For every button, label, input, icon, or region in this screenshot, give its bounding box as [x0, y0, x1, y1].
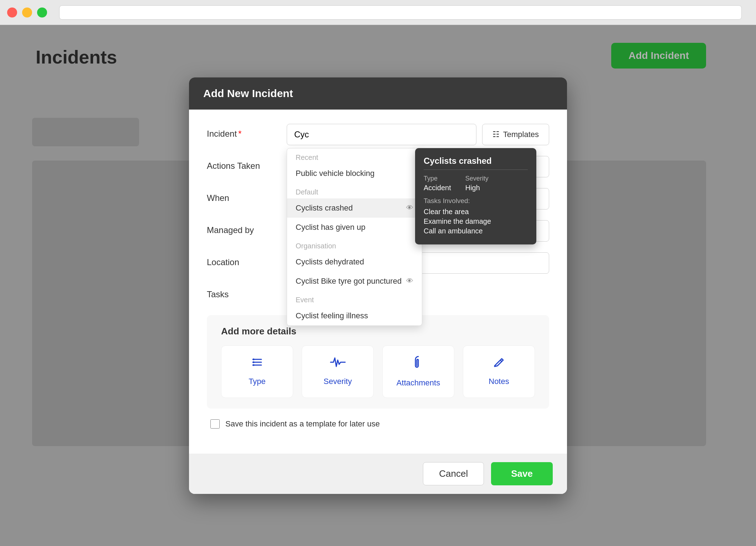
severity-card-label: Severity	[323, 377, 352, 386]
templates-button[interactable]: ☷ Templates	[482, 124, 549, 145]
tooltip-task-2: Examine the damage	[424, 217, 528, 226]
detail-card-severity[interactable]: Severity	[302, 345, 374, 398]
detail-card-attachments[interactable]: Attachments	[382, 345, 454, 398]
dropdown-item-public-vehicle[interactable]: Public vehicle blocking	[287, 164, 422, 183]
tooltip-type-col: Type Accident	[424, 175, 451, 192]
eye-icon-bike-tyre: 👁	[406, 277, 413, 285]
tooltip-task-3: Call an ambulance	[424, 227, 528, 235]
templates-icon: ☷	[492, 130, 500, 139]
save-button[interactable]: Save	[491, 462, 553, 485]
tooltip-task-1: Clear the area	[424, 208, 528, 216]
svg-line-6	[500, 360, 502, 362]
dropdown-item-feeling-illness[interactable]: Cyclist feeling illness	[287, 306, 422, 325]
tooltip-title: Cyclists crashed	[424, 156, 528, 170]
detail-card-type[interactable]: Type	[221, 345, 293, 398]
dropdown-item-cyclist-given-up[interactable]: Cyclist has given up	[287, 218, 422, 237]
required-star: *	[238, 129, 241, 138]
mac-minimize-button[interactable]	[22, 7, 32, 17]
dropdown-default-label: Default	[287, 183, 422, 198]
type-icon	[251, 356, 264, 372]
incident-label: Incident*	[207, 124, 278, 139]
incident-input-wrapper: Recent Public vehicle blocking Default C…	[287, 124, 549, 145]
when-label: When	[207, 188, 278, 203]
dropdown-item-cyclists-dehydrated[interactable]: Cyclists dehydrated	[287, 252, 422, 272]
dropdown-item-cyclists-crashed[interactable]: Cyclists crashed 👁	[287, 198, 422, 218]
mac-close-button[interactable]	[7, 7, 17, 17]
dropdown-recent-label: Recent	[287, 148, 422, 164]
mac-titlebar	[0, 0, 756, 25]
incident-dropdown: Recent Public vehicle blocking Default C…	[287, 148, 422, 326]
mac-maximize-button[interactable]	[37, 7, 47, 17]
svg-point-5	[253, 364, 255, 366]
attachments-icon	[413, 356, 424, 373]
actions-taken-label: Actions Taken	[207, 156, 278, 171]
incident-row: Incident* Recent Public vehicle blocking…	[207, 124, 549, 145]
tooltip-type-value: Accident	[424, 184, 451, 192]
tooltip-type-severity-row: Type Accident Severity High	[424, 175, 528, 192]
location-label: Location	[207, 252, 278, 267]
tooltip-severity-value: High	[465, 184, 489, 192]
tasks-label: Tasks	[207, 284, 278, 299]
notes-icon	[492, 356, 505, 372]
detail-card-notes[interactable]: Notes	[463, 345, 535, 398]
add-more-details-section: Add more details	[207, 315, 549, 409]
url-bar[interactable]	[59, 5, 742, 20]
details-cards: Type Severity	[221, 345, 535, 398]
details-title: Add more details	[221, 326, 535, 337]
notes-card-label: Notes	[489, 377, 509, 386]
modal-footer: Cancel Save	[189, 454, 567, 494]
cancel-button[interactable]: Cancel	[423, 462, 484, 485]
managed-by-label: Managed by	[207, 220, 278, 235]
eye-icon-cyclists-crashed: 👁	[406, 204, 413, 212]
templates-label: Templates	[503, 130, 539, 139]
tooltip-type-header: Type	[424, 175, 451, 182]
save-template-label: Save this incident as a template for lat…	[225, 419, 380, 429]
dropdown-item-bike-tyre[interactable]: Cyclist Bike tyre got punctured 👁	[287, 272, 422, 291]
attachments-card-label: Attachments	[397, 378, 440, 388]
tooltip-severity-header: Severity	[465, 175, 489, 182]
modal-overlay: Add New Incident Incident* Recent Public…	[0, 25, 756, 546]
incident-tooltip: Cyclists crashed Type Accident Severity …	[415, 148, 536, 244]
severity-icon	[330, 356, 346, 372]
modal-title: Add New Incident	[203, 87, 293, 99]
save-template-row: Save this incident as a template for lat…	[207, 419, 549, 429]
type-card-label: Type	[249, 377, 266, 386]
tooltip-tasks-label: Tasks Involved:	[424, 197, 528, 205]
modal-header: Add New Incident	[189, 77, 567, 110]
save-template-checkbox[interactable]	[210, 419, 220, 429]
incident-input[interactable]	[287, 124, 476, 145]
svg-point-3	[253, 358, 255, 360]
svg-point-4	[253, 361, 255, 363]
dropdown-event-label: Event	[287, 291, 422, 306]
modal-body: Incident* Recent Public vehicle blocking…	[189, 110, 567, 454]
dropdown-organisation-label: Organisation	[287, 237, 422, 252]
add-incident-modal: Add New Incident Incident* Recent Public…	[189, 77, 567, 494]
tooltip-severity-col: Severity High	[465, 175, 489, 192]
